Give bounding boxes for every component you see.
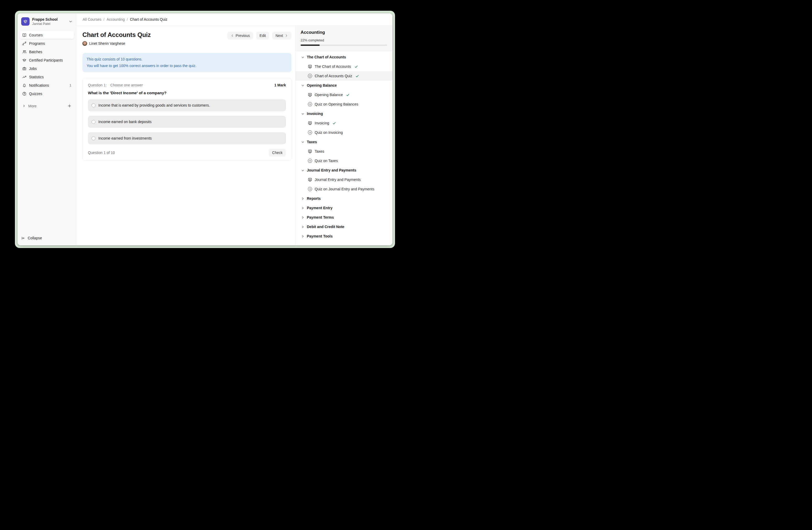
question-footer: Question 1 of 10 Check [88,149,286,157]
outline-item-label: Invoicing [315,121,329,125]
help-circle-icon [22,92,26,96]
book-open-icon [22,33,26,37]
sidebar-item-programs[interactable]: Programs [20,39,74,47]
completed-check-icon [332,121,336,125]
outline-item-lesson[interactable]: Taxes [295,147,392,156]
users-icon [22,50,26,54]
outline-item-quiz[interactable]: ?Quiz on Taxes [295,156,392,166]
outline-section-6[interactable]: Payment Entry [295,203,392,213]
outline-section-7[interactable]: Payment Terms [295,213,392,222]
content-row: Chart of Accounts Quiz Linet Sherin Varg… [76,26,392,245]
breadcrumb-all-courses[interactable]: All Courses [83,17,102,22]
sidebar-item-statistics[interactable]: Statistics [20,73,74,81]
chevron-right-icon [22,104,26,108]
edit-button[interactable]: Edit [256,32,269,40]
radio-icon[interactable] [91,137,96,140]
main-wrap: All Courses / Accounting / Chart of Acco… [76,13,392,245]
sidebar-item-quizzes[interactable]: Quizzes [20,89,74,98]
course-progress-fill [301,44,320,46]
answer-option-label: Income earned from investments [98,136,152,140]
graduation-cap-logo-icon [23,19,28,24]
outline-item-label: Quiz on Taxes [315,159,338,163]
outline-section-8[interactable]: Debit and Credit Note [295,222,392,232]
answer-option-2[interactable]: Income earned on bank deposits [88,116,286,128]
breadcrumb-accounting[interactable]: Accounting [106,17,125,22]
sidebar-item-label: Notifications [29,83,49,87]
frappe-school-app: Frappe School Jannat Patel Courses Progr… [17,13,392,245]
sidebar-more[interactable]: More [20,102,74,110]
outline-item-label: Quiz on Opening Balances [315,102,358,106]
plus-icon [68,104,71,108]
outline-section-title: Opening Balance [307,83,337,87]
page-title: Chart of Accounts Quiz [83,31,151,39]
outline-item-label: Taxes [315,149,324,153]
outline-item-label: Opening Balance [315,93,343,97]
workspace-switcher[interactable]: Frappe School Jannat Patel [17,13,76,29]
sidebar-item-certified-participants[interactable]: Certified Participants [20,56,74,64]
outline-item-quiz[interactable]: ?Chart of Accounts Quiz [295,71,392,81]
breadcrumb: All Courses / Accounting / Chart of Acco… [76,13,392,26]
outline-item-quiz[interactable]: ?Quiz on Invoicing [295,128,392,137]
graduation-cap-icon [22,58,26,62]
outline-section-2[interactable]: Invoicing [295,109,392,118]
course-progress-text: 22% completed [301,38,387,42]
sidebar-item-jobs[interactable]: Jobs [20,65,74,72]
outline-section-title: Debit and Credit Note [307,225,344,229]
chevron-down-icon [301,84,305,87]
outline-section-4[interactable]: Journal Entry and Payments [295,166,392,175]
chevron-right-icon [301,216,305,219]
outline-section-title: Journal Entry and Payments [307,168,356,172]
answer-option-1[interactable]: Income that is earned by providing goods… [88,99,286,111]
outline-section-1[interactable]: Opening Balance [295,81,392,90]
sidebar-item-label: Quizzes [29,92,42,96]
next-button[interactable]: Next [272,32,291,40]
outline-section-3[interactable]: Taxes [295,137,392,147]
question-header: Question 1: Choose one answer 1 Mark [88,83,286,87]
outline-section-title: Taxes [307,140,317,144]
question-progress: Question 1 of 10 [88,151,115,155]
breadcrumb-separator: / [104,17,105,22]
notice-line: This quiz consists of 10 questions. [87,56,287,62]
outline-item-lesson[interactable]: Opening Balance [295,90,392,99]
answer-options: Income that is earned by providing goods… [88,99,286,144]
sidebar-item-batches[interactable]: Batches [20,48,74,56]
outline-item-lesson[interactable]: The Chart of Accounts [295,62,392,71]
bell-icon [22,83,26,87]
add-button[interactable] [68,104,71,108]
sidebar-item-notifications[interactable]: Notifications 1 [20,81,74,89]
answer-option-3[interactable]: Income earned from investments [88,132,286,144]
sidebar-item-courses[interactable]: Courses [20,31,74,39]
question-number: Question 1: [88,83,107,87]
outline-item-label: Chart of Accounts Quiz [315,74,352,78]
completed-check [332,121,336,125]
outline-section-5[interactable]: Reports [295,194,392,203]
title-block: Chart of Accounts Quiz Linet Sherin Varg… [83,31,151,46]
answer-option-label: Income earned on bank deposits [98,120,151,124]
outline-section-9[interactable]: Payment Tools [295,232,392,241]
quiz-question-icon: ? [308,74,312,78]
quiz-question-icon: ? [308,159,312,163]
completed-check [354,65,358,69]
check-answer-button[interactable]: Check [269,149,286,157]
quiz-page: Chart of Accounts Quiz Linet Sherin Varg… [76,26,295,245]
outline-item-lesson[interactable]: Invoicing [295,118,392,128]
outline-section-title: Payment Terms [307,215,334,220]
chevron-right-icon [301,197,305,200]
chevron-down-icon [301,169,305,172]
sidebar-nav: Courses Programs Batches Certified Parti… [17,29,76,110]
question-text: What is the 'Direct Income' of a company… [88,90,286,95]
collapse-label: Collapse [28,236,42,240]
previous-button[interactable]: Previous [227,32,253,40]
outline-item-quiz[interactable]: ?Quiz on Opening Balances [295,99,392,109]
left-sidebar: Frappe School Jannat Patel Courses Progr… [17,13,76,245]
course-outline: The Chart of AccountsThe Chart of Accoun… [295,51,392,245]
collapse-sidebar-button[interactable]: Collapse [17,233,76,243]
radio-icon[interactable] [91,103,96,107]
outline-item-lesson[interactable]: Journal Entry and Payments [295,175,392,184]
notifications-count-badge: 1 [70,83,71,87]
outline-section-0[interactable]: The Chart of Accounts [295,52,392,62]
outline-item-quiz[interactable]: ?Quiz on Journal Entry and Payments [295,184,392,194]
sidebar-more-label: More [28,104,37,108]
radio-icon[interactable] [91,120,96,124]
author-row: Linet Sherin Varghese [83,41,151,46]
